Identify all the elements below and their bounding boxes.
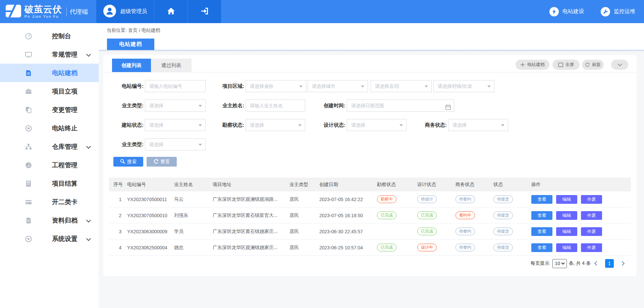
status-badge: 待提交 [493,228,513,235]
add-station-button[interactable]: 电站建档 [516,60,549,70]
sidebar-item-8[interactable]: 工程管理 [0,156,99,174]
design-status-select[interactable]: 请选择 [347,119,407,131]
breadcrumb-separator: / [139,28,140,33]
sidebar-item-label: 开二类卡 [52,198,77,206]
page-tab-band: 电站建档 [99,38,644,50]
cell-owner: 马云 [174,196,213,202]
void-button[interactable]: 作废 [581,211,602,220]
province-select[interactable]: 请选择省份 [246,80,306,92]
sidebar-item-label: 项目立项 [52,87,77,96]
reset-button[interactable]: 重置 [147,157,177,167]
survey-status-select[interactable]: 请选择 [246,119,305,131]
sidebar-item-4[interactable]: 项目立项 [0,82,99,101]
cell-design-status: 待设计 [417,195,455,203]
tab-create-list[interactable]: 创建列表 [112,59,151,72]
edit-button[interactable]: 编辑 [556,211,577,220]
station-no-input[interactable] [145,80,205,92]
nav-monitor-ops[interactable]: 监控运维 [601,7,635,16]
view-button[interactable]: 查看 [531,211,552,220]
sidebar-item-1[interactable]: 控制台 [0,27,99,45]
sidebar-item-5[interactable]: 变更管理 [0,101,99,119]
column-header: 项目地址 [213,182,289,188]
filter-label-owner-name: 业主姓名: [213,100,244,112]
date-range-input[interactable]: 请选择日期范围 [347,100,454,112]
view-button[interactable]: 查看 [531,195,552,204]
town-select[interactable]: 请选择村镇/街道 [433,80,494,92]
per-page-select[interactable]: 10 [552,259,567,268]
void-button[interactable]: 作废 [581,195,602,204]
build-status-select[interactable]: 请选择 [145,119,206,131]
nav-station-build[interactable]: 电站建设 [549,7,584,16]
status-badge: 已完成 [377,211,396,219]
total-count-label: 条, 共 4 条 [569,260,591,266]
fullscreen-button[interactable]: 全屏 [552,60,580,70]
sidebar-item-6[interactable]: 电站终止 [0,119,99,137]
caret-down-icon [199,144,202,147]
caret-down-icon [299,85,303,89]
brand-text: 破茧云伏 Po Jian Yun Fu [24,5,62,18]
cell-design-status: 已完成 [417,211,455,219]
breadcrumb-home[interactable]: 首页 [128,27,138,34]
owner-type-select[interactable]: 请选择 [145,100,206,112]
status-badge: 待提交 [493,244,513,251]
cell-actions: 查看编辑作废 [531,195,631,204]
cell-survey-status: 已完成 [377,211,417,219]
content-card: 创建列表 通过列表 电站建档 全屏 刷新 电站编号: 项 [103,55,637,276]
view-button[interactable]: 查看 [531,227,552,236]
business-status-select[interactable]: 请选择 [448,119,508,131]
void-button[interactable]: 作废 [581,227,602,236]
tab-passed-list[interactable]: 通过列表 [151,59,192,72]
filter-label-build-status: 建站状态: [112,119,144,131]
prev-page-button[interactable] [594,261,599,266]
column-header: 勘察状态 [377,182,417,188]
edit-button[interactable]: 编辑 [556,243,577,252]
city-select[interactable]: 请选择城市 [308,80,368,92]
sidebar: 控制台常规管理电站建档项目立项变更管理电站终止仓库管理工程管理项目结算开二类卡资… [0,23,99,308]
owner-name-input[interactable] [246,100,305,111]
settings-icon [25,236,32,242]
chevron-down-icon [87,52,91,56]
sidebar-item-12[interactable]: 系统设置 [0,230,99,248]
collapse-button[interactable] [611,60,628,70]
lightning-icon [549,7,559,16]
breadcrumb-prefix: 当前位置: [107,27,127,34]
table-row: 4YX2023062500004姚忠广东深圳龙华区观澜镇姚家庄...居民2023… [109,240,631,256]
sidebar-item-label: 资料归档 [52,216,77,225]
edit-button[interactable]: 编辑 [556,227,577,236]
sidebar-item-label: 项目结算 [52,179,77,188]
view-button[interactable]: 查看 [531,243,552,252]
cell-status: 待提交 [493,228,531,235]
sidebar-item-3[interactable]: 电站建档 [0,64,99,82]
sidebar-item-11[interactable]: 资料归档 [0,211,99,230]
home-button[interactable] [154,0,187,23]
table-body: 1YX2023070500011马云广东深圳龙华区观澜镇观湖路...居民2023… [109,191,631,256]
cell-address: 广东深圳龙华区黄石镇星官大... [213,212,289,219]
sidebar-item-9[interactable]: 项目结算 [0,174,99,193]
void-button[interactable]: 作废 [581,243,602,252]
sidebar-item-2[interactable]: 常规管理 [0,45,99,64]
user-block[interactable]: 超级管理员 [96,0,154,23]
sidebar-item-7[interactable]: 仓库管理 [0,137,99,156]
county-select[interactable]: 请选择县/区 [371,80,432,92]
cell-station-no: YX2023062500004 [127,245,174,250]
next-page-button[interactable] [620,261,625,266]
chevron-down-icon [87,218,91,222]
stations-table: 序号电站编号业主姓名项目地址业主类型创建日期勘察状态设计状态商务状态状态操作 1… [109,178,631,256]
page-tab[interactable]: 电站建档 [107,39,154,50]
cell-status: 待提交 [493,195,531,203]
logout-button[interactable] [188,0,221,23]
owner-type2-select[interactable]: 请选择 [145,138,206,150]
pages-icon [25,107,32,113]
cell-created: 2023-07-05 16:42:22 [319,197,377,202]
sidebar-item-label: 电站建档 [52,69,77,77]
cell-owner: 学员 [174,229,213,235]
sidebar-item-10[interactable]: 开二类卡 [0,193,99,211]
current-page[interactable]: 1 [605,259,614,268]
search-button[interactable]: 搜索 [113,157,143,167]
edit-button[interactable]: 编辑 [556,195,577,204]
cell-station-no: YX2023070500010 [127,213,174,218]
table-row: 2YX2023070500010刘强东广东深圳龙华区黄石镇星官大...居民202… [109,207,631,224]
refresh-button[interactable]: 刷新 [582,60,604,70]
stop-circle-icon [25,125,32,132]
column-header: 设计状态 [417,182,455,188]
